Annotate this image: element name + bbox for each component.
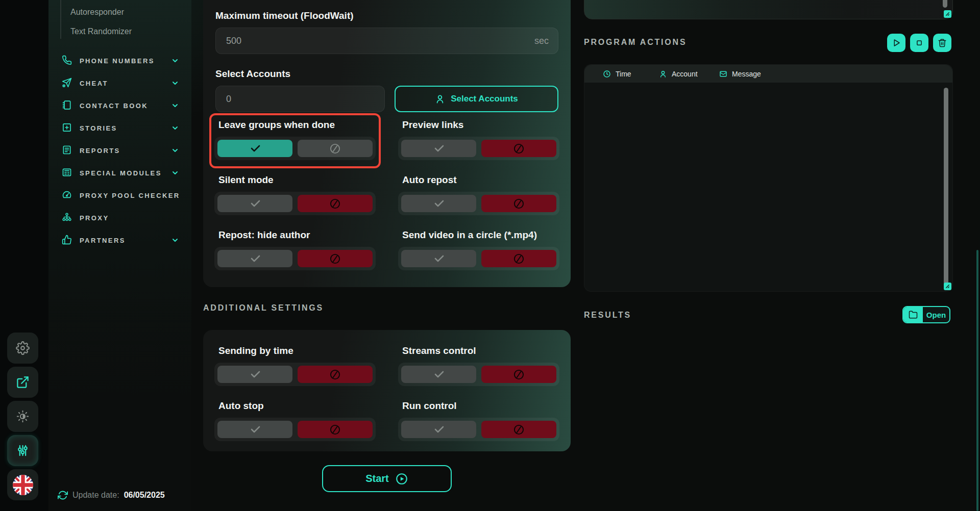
toggle-disable-button[interactable] xyxy=(481,366,556,383)
equalizer-button[interactable] xyxy=(7,435,38,466)
toggle-enable-button[interactable] xyxy=(401,421,476,438)
sidebar-item[interactable]: REPORTS xyxy=(48,139,191,162)
toggle-disable-button[interactable] xyxy=(481,250,556,267)
scrollable-panel[interactable] xyxy=(584,0,953,19)
table-resize-grip[interactable] xyxy=(944,283,951,290)
contact-book-icon xyxy=(62,100,73,111)
toggle-label: Silent mode xyxy=(218,174,376,186)
sidebar-subitem[interactable]: Autoresponder xyxy=(48,3,191,22)
app-root: { "colors": { "accent": "#2ee3c5", "high… xyxy=(0,0,980,511)
sidebar-subitem-label: Autoresponder xyxy=(70,8,124,16)
check-icon xyxy=(433,252,445,265)
stop-icon xyxy=(915,38,924,47)
sidebar-item[interactable]: STORIES xyxy=(48,117,191,139)
language-button[interactable] xyxy=(7,469,38,500)
sidebar-item[interactable]: CHEAT xyxy=(48,72,191,94)
equalizer-icon xyxy=(16,444,30,457)
toggle-disable-button[interactable] xyxy=(481,140,556,157)
newspaper-icon xyxy=(62,167,73,178)
toggle-label: Run control xyxy=(402,400,559,412)
toggle-disable-button[interactable] xyxy=(298,140,373,157)
sidebar-item-label: REPORTS xyxy=(80,147,171,155)
table-scrollbar-thumb[interactable] xyxy=(944,88,948,285)
app-rail xyxy=(0,0,48,511)
submenu-indent-line xyxy=(60,0,61,39)
additional-settings-toggles: Sending by time Streams control xyxy=(209,339,565,449)
run-action-button[interactable] xyxy=(887,34,905,52)
theme-toggle-button[interactable] xyxy=(7,401,38,432)
results-title: RESULTS xyxy=(584,311,631,320)
clear-actions-button[interactable] xyxy=(933,34,951,52)
toggle-disable-button[interactable] xyxy=(481,421,556,438)
slash-circle-icon xyxy=(513,369,525,380)
play-circle-icon xyxy=(395,472,408,486)
sidebar-subitem-label: Text Randomizer xyxy=(70,27,132,36)
sidebar-subitem[interactable]: Text Randomizer xyxy=(48,22,191,41)
stop-action-button[interactable] xyxy=(910,34,928,52)
toggle-enable-button[interactable] xyxy=(401,140,476,157)
toggle-disable-button[interactable] xyxy=(298,250,373,267)
check-icon xyxy=(249,368,261,380)
toggle-switch xyxy=(214,247,376,270)
panel-resize-grip[interactable] xyxy=(944,10,951,18)
check-icon xyxy=(433,423,445,436)
accounts-count-input[interactable] xyxy=(225,93,375,105)
toggle-disable-button[interactable] xyxy=(298,195,373,212)
chevron-down-icon xyxy=(171,79,179,87)
external-link-button[interactable] xyxy=(7,367,38,398)
toggle-enable-button[interactable] xyxy=(217,366,292,383)
update-date: Update date: 06/05/2025 xyxy=(58,490,165,500)
open-results-button[interactable]: Open xyxy=(902,306,950,323)
rail-buttons xyxy=(7,333,38,500)
select-accounts-label: Select Accounts xyxy=(215,68,558,80)
toggle-enable-button[interactable] xyxy=(401,195,476,212)
report-icon xyxy=(62,145,73,156)
table-header-row: Time Account Message xyxy=(584,65,952,83)
gauge-icon xyxy=(62,190,73,201)
table-column-header: Time xyxy=(603,70,659,78)
toggle-enable-button[interactable] xyxy=(401,250,476,267)
slash-circle-icon xyxy=(329,143,341,155)
sidebar-item-label: PROXY POOL CHECKER xyxy=(80,192,180,199)
slash-circle-icon xyxy=(513,143,525,155)
settings-button[interactable] xyxy=(7,333,38,364)
sidebar-item-label: PHONE NUMBERS xyxy=(80,57,171,65)
table-column-label: Message xyxy=(732,70,761,78)
sidebar-item[interactable]: CONTACT BOOK xyxy=(48,94,191,117)
toggle-disable-button[interactable] xyxy=(298,366,373,383)
toggle-label: Auto repost xyxy=(402,174,559,186)
toggle-disable-button[interactable] xyxy=(481,195,556,212)
page-scrollbar[interactable] xyxy=(976,250,978,511)
chevron-down-icon xyxy=(171,236,179,244)
person-icon xyxy=(659,70,667,78)
check-icon xyxy=(249,197,261,210)
sidebar-item[interactable]: PROXY POOL CHECKER xyxy=(48,184,191,207)
sidebar-item[interactable]: PHONE NUMBERS xyxy=(48,49,191,72)
start-button[interactable]: Start xyxy=(322,465,452,492)
sidebar-item-label: PROXY xyxy=(80,214,171,222)
table-column-label: Time xyxy=(616,70,631,78)
check-icon xyxy=(433,142,445,155)
toggle-enable-button[interactable] xyxy=(217,195,292,212)
timeout-input[interactable] xyxy=(225,35,534,47)
slash-circle-icon xyxy=(513,424,525,436)
sidebar-item-label: STORIES xyxy=(80,124,171,132)
toggle-enable-button[interactable] xyxy=(217,250,292,267)
select-accounts-button[interactable]: Select Accounts xyxy=(395,86,558,112)
settings-card: Maximum timeout (FloodWait) sec Select A… xyxy=(203,0,571,287)
toggle-disable-button[interactable] xyxy=(298,421,373,438)
check-icon xyxy=(433,197,445,210)
toggle-switch xyxy=(398,192,559,215)
clock-icon xyxy=(603,70,611,78)
toggle-field: Preview links xyxy=(393,113,565,168)
toggle-enable-button[interactable] xyxy=(217,140,292,157)
toggle-enable-button[interactable] xyxy=(217,421,292,438)
sidebar-item[interactable]: PARTNERS xyxy=(48,229,191,251)
panel-scrollbar-thumb[interactable] xyxy=(943,0,947,8)
sidebar-item[interactable]: PROXY xyxy=(48,207,191,229)
check-icon xyxy=(249,423,261,436)
sidebar-item[interactable]: SPECIAL MODULES xyxy=(48,162,191,184)
trash-icon xyxy=(938,38,947,47)
toggle-enable-button[interactable] xyxy=(401,366,476,383)
slash-circle-icon xyxy=(513,198,525,210)
